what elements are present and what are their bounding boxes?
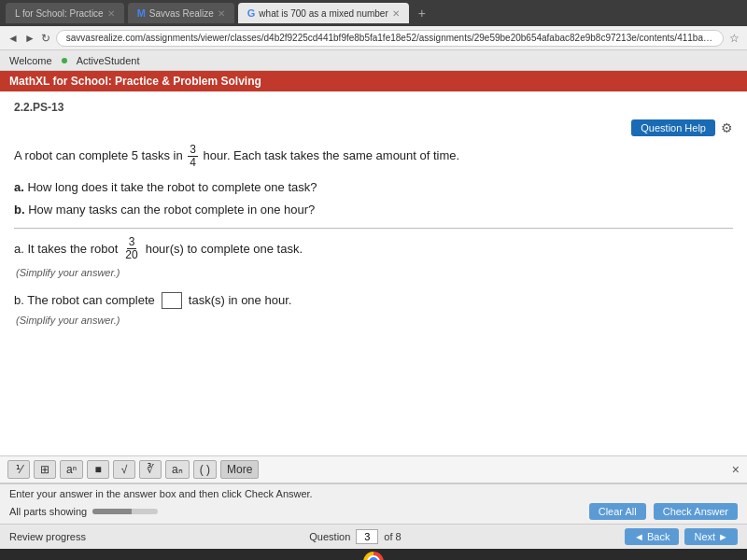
- site-header: Welcome ActiveStudent: [0, 50, 747, 71]
- question-help-button[interactable]: Question Help: [631, 119, 715, 136]
- sub-q-b-text: How many tasks can the robot complete in…: [28, 203, 315, 217]
- divider: [14, 228, 733, 229]
- sub-q-b-label: b.: [14, 203, 25, 217]
- sub-question-b: b. How many tasks can the robot complete…: [14, 199, 733, 220]
- main-fraction: 3 4: [188, 144, 198, 169]
- chrome-logo: [363, 552, 384, 560]
- all-parts-label: All parts showing: [9, 506, 87, 517]
- simplify-note-a: (Simplify your answer.): [16, 264, 733, 283]
- math-btn-subscript[interactable]: aₙ: [165, 460, 190, 479]
- tab-practice-close[interactable]: ✕: [107, 8, 115, 19]
- tab-mixed-close[interactable]: ✕: [392, 8, 400, 19]
- math-btn-mixed[interactable]: ⊞: [34, 460, 56, 479]
- answer-section: a. It takes the robot 3 20 hour(s) to co…: [14, 236, 733, 329]
- answer-fraction-numerator: 3: [127, 236, 137, 249]
- sub-q-a-label: a.: [14, 180, 24, 194]
- of-label: of 8: [384, 531, 401, 542]
- action-buttons: Clear All Check Answer: [589, 503, 738, 520]
- problem-statement: A robot can complete 5 tasks in 3 4 hour…: [14, 144, 733, 169]
- refresh-button[interactable]: ↻: [41, 32, 50, 45]
- question-id: 2.2.PS-13: [14, 101, 733, 114]
- next-button[interactable]: Next ►: [684, 528, 738, 545]
- question-help-row: Question Help ⚙: [14, 119, 733, 136]
- question-label: Question: [309, 531, 350, 542]
- answer-a-suffix: hour(s) to complete one task.: [146, 238, 303, 259]
- tab-mixed[interactable]: G what is 700 as a mixed number ✕: [238, 3, 409, 23]
- question-number-input[interactable]: [356, 529, 378, 544]
- back-next-buttons: ◄ Back Next ►: [625, 528, 738, 545]
- check-answer-button[interactable]: Check Answer: [654, 503, 738, 520]
- mathxl-header: MathXL for School: Practice & Problem So…: [0, 71, 747, 91]
- problem-text-part2: hour. Each task takes the same amount of…: [204, 148, 460, 162]
- answer-a-prefix: a. It takes the robot: [14, 238, 118, 259]
- tab-mixed-label: what is 700 as a mixed number: [259, 8, 388, 19]
- question-navigation: Question of 8: [309, 529, 401, 544]
- answer-b-prefix: b. The robot can complete: [14, 289, 155, 311]
- sub-question-a: a. How long does it take the robot to co…: [14, 176, 733, 198]
- toolbar-close-button[interactable]: ×: [732, 462, 740, 477]
- settings-icon[interactable]: ⚙: [721, 120, 733, 135]
- answer-input-box[interactable]: [162, 292, 182, 309]
- math-btn-cbrt[interactable]: ∛: [139, 460, 162, 479]
- tab-mixed-icon: G: [247, 7, 256, 19]
- math-btn-superscript[interactable]: aⁿ: [60, 460, 83, 479]
- main-fraction-denominator: 4: [188, 157, 198, 169]
- taskbar: [0, 549, 747, 560]
- answer-fraction-denominator: 20: [123, 249, 139, 261]
- forward-nav-button[interactable]: ►: [24, 32, 35, 45]
- math-btn-square[interactable]: ■: [87, 460, 109, 479]
- navigation-row: Review progress Question of 8 ◄ Back Nex…: [0, 524, 747, 549]
- new-tab-button[interactable]: +: [413, 6, 431, 21]
- tab-practice-label: L for School: Practice: [15, 8, 104, 19]
- sub-q-a-text: How long does it take the robot to compl…: [27, 180, 317, 194]
- problem-text-part1: A robot can complete 5 tasks in: [14, 148, 183, 162]
- simplify-note-b: (Simplify your answer.): [16, 312, 733, 330]
- math-btn-parens[interactable]: ( ): [193, 460, 217, 479]
- answer-b-suffix: task(s) in one hour.: [189, 289, 292, 311]
- browser-tabs: L for School: Practice ✕ M Savvas Realiz…: [0, 0, 747, 26]
- welcome-label: Welcome: [9, 55, 52, 66]
- answer-part-b: b. The robot can complete task(s) in one…: [14, 289, 733, 311]
- mathxl-title: MathXL for School: Practice & Problem So…: [9, 75, 261, 88]
- bottom-bar: Enter your answer in the answer box and …: [0, 483, 747, 524]
- tab-practice[interactable]: L for School: Practice ✕: [6, 3, 124, 23]
- tab-savvas-close[interactable]: ✕: [218, 8, 225, 19]
- math-toolbar: ⅟ ⊞ aⁿ ■ √ ∛ aₙ ( ) More ×: [0, 455, 747, 483]
- address-input[interactable]: savvasrealize.com/assignments/viewer/cla…: [56, 30, 724, 47]
- answer-fraction: 3 20: [123, 236, 139, 261]
- active-indicator: [62, 58, 67, 63]
- address-bar: ◄ ► ↻ savvasrealize.com/assignments/view…: [0, 26, 747, 50]
- math-btn-fraction[interactable]: ⅟: [7, 460, 30, 479]
- status-row: All parts showing Clear All Check Answer: [9, 503, 738, 520]
- progress-bar: [92, 509, 158, 514]
- bookmark-icon[interactable]: ☆: [729, 32, 740, 45]
- all-parts-status: All parts showing: [9, 506, 158, 517]
- tab-savvas-label: Savvas Realize: [149, 8, 214, 19]
- back-button[interactable]: ◄ Back: [625, 528, 679, 545]
- sub-questions: a. How long does it take the robot to co…: [14, 176, 733, 220]
- back-nav-button[interactable]: ◄: [7, 32, 19, 45]
- main-fraction-numerator: 3: [188, 144, 198, 157]
- review-progress-button[interactable]: Review progress: [9, 531, 86, 542]
- main-content: 2.2.PS-13 Question Help ⚙ A robot can co…: [0, 91, 747, 455]
- user-label: ActiveStudent: [77, 55, 140, 66]
- enter-hint: Enter your answer in the answer box and …: [9, 488, 738, 499]
- math-btn-sqrt[interactable]: √: [113, 460, 135, 479]
- tab-savvas[interactable]: M Savvas Realize ✕: [128, 3, 234, 23]
- answer-part-a: a. It takes the robot 3 20 hour(s) to co…: [14, 236, 733, 261]
- tab-savvas-icon: M: [137, 7, 146, 19]
- progress-bar-fill: [92, 509, 132, 514]
- math-btn-more[interactable]: More: [220, 460, 259, 479]
- clear-all-button[interactable]: Clear All: [589, 503, 646, 520]
